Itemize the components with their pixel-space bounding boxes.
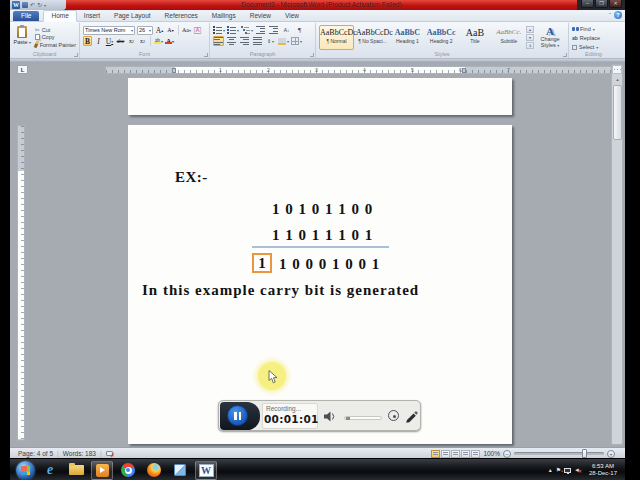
line-spacing-button[interactable]: ⇕▾ bbox=[265, 36, 276, 46]
right-indent-marker[interactable] bbox=[462, 68, 466, 73]
replace-button[interactable]: abReplace bbox=[572, 34, 615, 42]
tab-insert[interactable]: Insert bbox=[77, 11, 107, 21]
font-color-button[interactable]: A▾ bbox=[165, 36, 174, 46]
style-title[interactable]: AaB Title bbox=[459, 25, 492, 50]
taskbar-app[interactable] bbox=[169, 461, 191, 480]
zoom-slider-handle[interactable] bbox=[582, 449, 587, 458]
tab-references[interactable]: References bbox=[158, 11, 205, 21]
grow-font-button[interactable]: A▴ bbox=[155, 25, 164, 35]
start-button[interactable] bbox=[16, 461, 35, 480]
outline-view-button[interactable] bbox=[461, 450, 470, 458]
bullets-button[interactable]: ▾ bbox=[213, 25, 225, 35]
borders-button[interactable]: ▾ bbox=[291, 36, 302, 46]
volume-slider[interactable] bbox=[344, 416, 382, 420]
bold-button[interactable]: B bbox=[83, 36, 92, 46]
show-paragraph-marks-button[interactable]: ¶ bbox=[294, 25, 305, 35]
change-styles-button[interactable]: A Change Styles ▾ bbox=[535, 24, 565, 49]
volume-muted-icon[interactable]: ◄✕ bbox=[574, 466, 580, 474]
taskbar-file-explorer[interactable] bbox=[65, 461, 87, 480]
speaker-icon[interactable] bbox=[323, 410, 336, 423]
tab-file[interactable]: File bbox=[13, 11, 39, 21]
minimize-button[interactable]: – bbox=[581, 0, 594, 8]
ruler-toggle-button[interactable] bbox=[612, 65, 622, 74]
minimize-ribbon-icon[interactable]: ˆ bbox=[609, 12, 611, 18]
redo-icon[interactable]: ↻ bbox=[37, 1, 42, 9]
word-count[interactable]: Words: 183 bbox=[63, 450, 96, 457]
scroll-up-arrow[interactable]: ▲ bbox=[613, 76, 622, 83]
sort-button[interactable]: A↓ bbox=[281, 25, 292, 35]
styles-dialog-launcher[interactable] bbox=[563, 53, 567, 57]
taskbar-internet-explorer[interactable]: e bbox=[39, 461, 61, 480]
taskbar-word[interactable]: W bbox=[195, 461, 217, 480]
tab-home[interactable]: Home bbox=[43, 10, 76, 22]
fullscreen-reading-view-button[interactable] bbox=[441, 450, 450, 458]
select-button[interactable]: Select▾ bbox=[572, 43, 615, 51]
page-indicator[interactable]: Page: 4 of 5 bbox=[18, 450, 53, 457]
pen-annotate-icon[interactable] bbox=[405, 409, 418, 423]
align-left-button[interactable] bbox=[213, 36, 224, 46]
spellcheck-status-icon[interactable]: ✗ bbox=[106, 450, 114, 457]
change-case-button[interactable]: Aa▾ bbox=[182, 25, 191, 35]
styles-scroll-up[interactable]: ▴ bbox=[526, 26, 534, 33]
format-painter-button[interactable]: Format Painter bbox=[35, 41, 76, 48]
numbering-button[interactable]: ▾ bbox=[227, 25, 239, 35]
decrease-indent-button[interactable] bbox=[255, 25, 266, 35]
style-normal[interactable]: AaBbCcDc ¶ Normal bbox=[319, 25, 354, 50]
zoom-out-button[interactable]: – bbox=[503, 450, 511, 458]
taskbar-firefox[interactable] bbox=[143, 461, 165, 480]
zoom-slider[interactable] bbox=[514, 452, 604, 455]
styles-scroll-down[interactable]: ▾ bbox=[526, 34, 534, 41]
vertical-scrollbar[interactable]: ▲ bbox=[611, 64, 623, 445]
tab-view[interactable]: View bbox=[278, 11, 306, 21]
qat-customize-icon[interactable]: ▾ bbox=[44, 3, 46, 8]
underline-button[interactable]: U▾ bbox=[105, 36, 114, 46]
clipboard-dialog-launcher[interactable] bbox=[74, 53, 78, 57]
scrollbar-thumb[interactable] bbox=[613, 85, 622, 140]
zoom-level[interactable]: 100% bbox=[483, 450, 500, 457]
subscript-button[interactable]: x2 bbox=[127, 36, 136, 46]
align-right-button[interactable] bbox=[239, 36, 250, 46]
close-button[interactable]: ✕ bbox=[609, 0, 622, 8]
tab-mailings[interactable]: Mailings bbox=[205, 11, 243, 21]
font-name-combo[interactable]: Times New Rom▾ bbox=[83, 26, 135, 35]
page-current[interactable]: EX:- 1 0 1 0 1 1 0 0 1 1 0 1 1 1 0 1 1 1… bbox=[128, 125, 512, 444]
draft-view-button[interactable] bbox=[471, 450, 480, 458]
font-dialog-launcher[interactable] bbox=[204, 53, 208, 57]
help-icon[interactable]: ? bbox=[614, 11, 622, 19]
word-app-icon[interactable]: W bbox=[12, 1, 20, 9]
paragraph-dialog-launcher[interactable] bbox=[310, 53, 314, 57]
italic-button[interactable]: I bbox=[94, 36, 103, 46]
superscript-button[interactable]: x2 bbox=[138, 36, 147, 46]
action-center-flag-icon[interactable]: ⚑• bbox=[556, 466, 561, 474]
tab-stop-selector[interactable]: L bbox=[17, 65, 28, 74]
save-icon[interactable] bbox=[22, 2, 28, 8]
taskbar-chrome[interactable] bbox=[117, 461, 139, 480]
left-indent-marker[interactable] bbox=[172, 68, 176, 73]
clear-formatting-button[interactable]: 🄰 bbox=[193, 25, 202, 35]
style-no-spacing[interactable]: AaBbCcDc ¶ No Spaci... bbox=[355, 25, 390, 50]
webcam-toggle-icon[interactable] bbox=[387, 409, 401, 423]
maximize-button[interactable]: ❐ bbox=[595, 0, 608, 8]
align-center-button[interactable] bbox=[226, 36, 237, 46]
tray-expand-icon[interactable]: ▲ bbox=[548, 466, 553, 474]
style-subtitle[interactable]: AaBbCc. Subtitle bbox=[492, 25, 525, 50]
strikethrough-button[interactable]: abe bbox=[116, 36, 125, 46]
cut-button[interactable]: ✂Cut bbox=[35, 27, 76, 33]
text-highlight-button[interactable]: ab▾ bbox=[154, 36, 163, 46]
increase-indent-button[interactable] bbox=[268, 25, 279, 35]
tab-page-layout[interactable]: Page Layout bbox=[107, 11, 158, 21]
undo-icon[interactable]: ↶ bbox=[30, 1, 35, 9]
styles-gallery-expand[interactable]: ⇟ bbox=[526, 42, 534, 49]
multilevel-list-button[interactable]: ▾ bbox=[241, 25, 253, 35]
pause-recording-button[interactable] bbox=[227, 405, 248, 426]
taskbar-media-recorder[interactable] bbox=[91, 461, 113, 480]
shrink-font-button[interactable]: A▾ bbox=[166, 25, 175, 35]
taskbar-clock[interactable]: 6:53 AM 28-Dec-17 bbox=[583, 463, 623, 477]
volume-slider-handle[interactable] bbox=[346, 417, 350, 420]
print-layout-view-button[interactable] bbox=[431, 450, 440, 458]
tab-review[interactable]: Review bbox=[243, 11, 278, 21]
shading-button[interactable]: ▾ bbox=[278, 36, 289, 46]
paste-button[interactable]: Paste ▾ bbox=[13, 24, 32, 50]
web-layout-view-button[interactable] bbox=[451, 450, 460, 458]
style-heading1[interactable]: AaBbC Heading 1 bbox=[391, 25, 424, 50]
